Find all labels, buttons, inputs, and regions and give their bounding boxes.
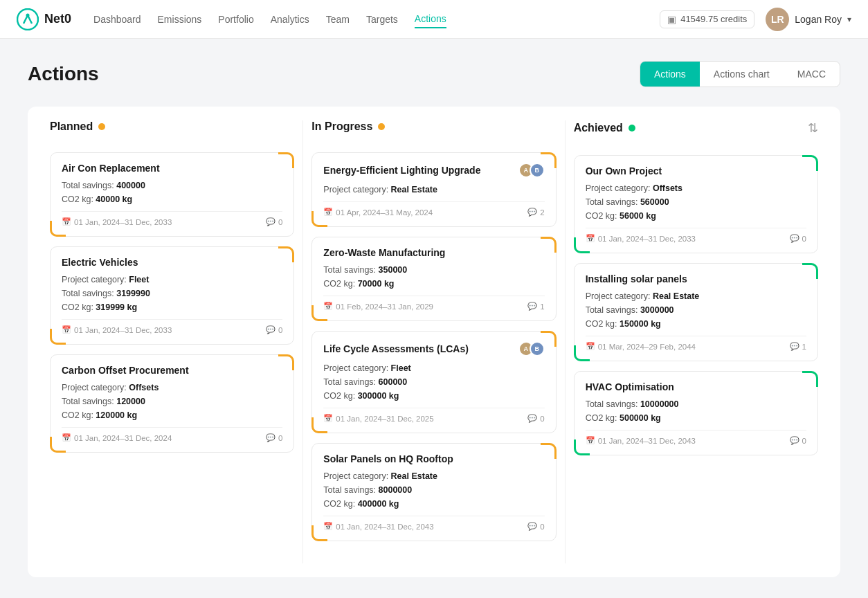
logo[interactable]: Net0 xyxy=(17,8,71,30)
card-achieved-2[interactable]: HVAC OptimisationTotal savings: 10000000… xyxy=(574,371,818,455)
card-field-1: Total savings: 8000000 xyxy=(323,485,544,495)
card-comments-count: 0 xyxy=(802,437,806,445)
kanban-board: PlannedAir Con ReplacementTotal savings:… xyxy=(28,107,840,577)
nav-actions[interactable]: Actions xyxy=(415,10,446,28)
card-date-text: 01 Jan, 2024–31 Dec, 2043 xyxy=(336,523,433,531)
card-date: 📅01 Feb, 2024–31 Jan, 2029 xyxy=(323,302,433,311)
card-field-2: CO2 kg: 400000 kg xyxy=(323,499,544,509)
page-title: Actions xyxy=(28,63,99,85)
card-comments-count: 0 xyxy=(278,434,282,442)
card-field-0: Project category: Fleet xyxy=(62,275,282,284)
card-comments-count: 0 xyxy=(802,235,806,243)
calendar-icon: 📅 xyxy=(323,302,333,311)
card-field-1: Total savings: 560000 xyxy=(586,197,806,207)
card-comments[interactable]: 💬0 xyxy=(790,436,806,445)
card-field-2: CO2 kg: 300000 kg xyxy=(323,391,544,401)
card-field-0: Project category: Offsets xyxy=(586,183,806,193)
col-title-inprogress: In Progress xyxy=(311,120,372,133)
card-planned-2[interactable]: Carbon Offset ProcurementProject categor… xyxy=(50,354,294,453)
card-avatars: AB xyxy=(518,163,545,178)
card-achieved-1[interactable]: Installing solar panelsProject category:… xyxy=(574,263,818,361)
card-comments-count: 0 xyxy=(278,218,282,226)
calendar-icon: 📅 xyxy=(586,342,595,351)
card-comments[interactable]: 💬0 xyxy=(266,433,282,442)
user-area[interactable]: LR Logan Roy ▾ xyxy=(766,8,851,31)
tab-macc[interactable]: MACC xyxy=(784,62,840,87)
card-inprogress-0[interactable]: Energy-Efficient Lighting UpgradeABProje… xyxy=(311,152,556,227)
card-inprogress-2[interactable]: Life Cycle Assessments (LCAs)ABProject c… xyxy=(311,331,556,433)
card-title-text: Installing solar panels xyxy=(586,273,687,284)
comment-icon: 💬 xyxy=(790,234,799,243)
card-comments[interactable]: 💬0 xyxy=(266,325,282,334)
card-date: 📅01 Jan, 2024–31 Dec, 2033 xyxy=(586,234,696,243)
comment-icon: 💬 xyxy=(266,433,275,442)
card-field-0: Total savings: 10000000 xyxy=(586,399,806,409)
kanban-col-achieved: Achieved⇅Our Own ProjectProject category… xyxy=(566,120,826,563)
tab-actions-chart[interactable]: Actions chart xyxy=(700,62,784,87)
col-title-achieved: Achieved xyxy=(574,122,623,134)
card-comments-count: 1 xyxy=(802,343,806,351)
card-date: 📅01 Mar, 2024–29 Feb, 2044 xyxy=(586,342,696,351)
nav-team[interactable]: Team xyxy=(326,11,350,28)
card-inprogress-1[interactable]: Zero-Waste ManufacturingTotal savings: 3… xyxy=(311,237,556,321)
tab-actions[interactable]: Actions xyxy=(640,62,700,87)
nav-emissions[interactable]: Emissions xyxy=(158,11,202,28)
calendar-icon: 📅 xyxy=(62,217,71,226)
card-field-1: Total savings: 120000 xyxy=(62,397,282,406)
brand-name: Net0 xyxy=(44,12,71,26)
card-planned-0[interactable]: Air Con ReplacementTotal savings: 400000… xyxy=(50,152,294,237)
card-field-2: CO2 kg: 150000 kg xyxy=(586,319,806,329)
card-achieved-0[interactable]: Our Own ProjectProject category: Offsets… xyxy=(574,155,818,253)
col-dot-inprogress xyxy=(378,123,385,130)
card-field-2: CO2 kg: 319999 kg xyxy=(62,302,282,312)
col-title-planned: Planned xyxy=(50,120,93,133)
card-title-text: Air Con Replacement xyxy=(62,163,160,174)
col-header-inprogress: In Progress xyxy=(311,120,556,141)
card-field-1: Total savings: 3000000 xyxy=(586,305,806,315)
card-comments[interactable]: 💬0 xyxy=(527,522,544,531)
nav-dashboard[interactable]: Dashboard xyxy=(93,11,141,28)
card-comments[interactable]: 💬1 xyxy=(527,302,544,311)
card-title-text: Energy-Efficient Lighting Upgrade xyxy=(323,165,480,176)
credits-badge: ▣ 41549.75 credits xyxy=(660,10,754,28)
comment-icon: 💬 xyxy=(266,217,275,226)
card-comments[interactable]: 💬1 xyxy=(790,342,806,351)
card-field-0: Project category: Fleet xyxy=(323,363,544,373)
card-date-text: 01 Jan, 2024–31 Dec, 2024 xyxy=(74,434,172,442)
nav-links: Dashboard Emissions Portfolio Analytics … xyxy=(93,10,660,28)
card-date: 📅01 Jan, 2024–31 Dec, 2043 xyxy=(586,436,696,445)
card-comments[interactable]: 💬0 xyxy=(266,217,282,226)
card-comments[interactable]: 💬2 xyxy=(527,208,544,217)
card-title-text: Carbon Offset Procurement xyxy=(62,365,189,376)
comment-icon: 💬 xyxy=(527,302,537,311)
avatar: LR xyxy=(766,8,789,31)
navbar-right: ▣ 41549.75 credits LR Logan Roy ▾ xyxy=(660,8,851,31)
calendar-icon: 📅 xyxy=(62,325,71,334)
card-inprogress-3[interactable]: Solar Panels on HQ RooftopProject catego… xyxy=(311,443,556,541)
card-comments[interactable]: 💬0 xyxy=(790,234,806,243)
nav-portfolio[interactable]: Portfolio xyxy=(218,11,253,28)
svg-point-1 xyxy=(26,13,30,17)
card-field-1: CO2 kg: 70000 kg xyxy=(323,279,544,289)
svg-point-0 xyxy=(17,9,38,30)
card-title-text: HVAC Optimisation xyxy=(586,381,674,392)
chevron-down-icon: ▾ xyxy=(847,15,851,24)
col-dot-achieved xyxy=(629,125,635,132)
calendar-icon: 📅 xyxy=(323,208,333,217)
card-avatar-1: B xyxy=(530,341,545,356)
nav-targets[interactable]: Targets xyxy=(366,11,398,28)
card-field-0: Total savings: 350000 xyxy=(323,265,544,275)
main-content: Actions Actions Actions chart MACC Plann… xyxy=(0,39,868,598)
comment-icon: 💬 xyxy=(790,436,799,445)
card-title-text: Life Cycle Assessments (LCAs) xyxy=(323,343,469,354)
card-planned-1[interactable]: Electric VehiclesProject category: Fleet… xyxy=(50,246,294,345)
card-date: 📅01 Jan, 2024–31 Dec, 2043 xyxy=(323,522,433,531)
filter-icon-achieved[interactable]: ⇅ xyxy=(808,120,818,136)
card-comments[interactable]: 💬0 xyxy=(527,414,544,423)
card-date-text: 01 Jan, 2024–31 Dec, 2033 xyxy=(74,218,172,226)
logo-icon xyxy=(17,8,39,30)
credits-icon: ▣ xyxy=(667,14,676,25)
card-date: 📅01 Apr, 2024–31 May, 2024 xyxy=(323,208,433,217)
card-date-text: 01 Mar, 2024–29 Feb, 2044 xyxy=(598,343,696,351)
nav-analytics[interactable]: Analytics xyxy=(271,11,309,28)
